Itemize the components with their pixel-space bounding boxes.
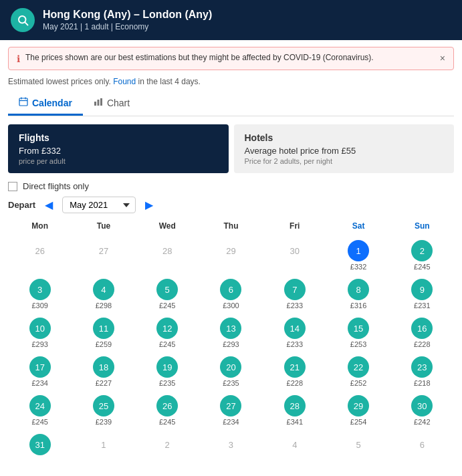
cal-cell[interactable]: 5£245	[136, 275, 199, 314]
info-icon: ℹ	[17, 53, 20, 64]
tab-chart[interactable]: Chart	[83, 92, 140, 116]
cal-date-number: 5	[156, 279, 178, 300]
cal-cell[interactable]: 15£253	[326, 314, 390, 352]
cal-date-price: £242	[414, 418, 430, 426]
cal-date-number: 3	[29, 279, 51, 300]
cal-cell[interactable]: 11£259	[72, 314, 135, 352]
cal-cell[interactable]: 12£245	[136, 314, 199, 352]
cal-cell[interactable]: 8£316	[326, 275, 390, 314]
day-header-sat: Sat	[326, 219, 390, 233]
cal-cell[interactable]: 23£218	[390, 352, 454, 391]
month-select[interactable]: May 2021 June 2021 July 2021	[62, 197, 136, 213]
cal-date-price: £234	[31, 379, 47, 387]
tab-chart-label: Chart	[107, 98, 130, 108]
direct-flights-label: Direct flights only	[23, 181, 89, 191]
cal-date-price: £233	[287, 340, 303, 348]
cal-cell[interactable]: 29£254	[326, 391, 390, 430]
cal-cell[interactable]: 3£309	[8, 275, 72, 314]
cal-cell[interactable]: 18£227	[72, 352, 135, 391]
cal-cell[interactable]: 24£245	[8, 391, 72, 430]
tab-bar: Calendar Chart	[8, 92, 454, 116]
cal-cell: 27	[72, 236, 135, 275]
cal-cell[interactable]: 4£298	[72, 275, 135, 314]
calendar-grid: 26272829301£3322£2453£3094£2985£2456£300…	[8, 236, 454, 466]
covid-alert: ℹ The prices shown are our best estimati…	[8, 47, 454, 70]
cal-cell: 28	[136, 236, 199, 275]
cal-cell[interactable]: 31	[8, 430, 72, 466]
header-title: Hong Kong (Any) – London (Any)	[43, 9, 212, 21]
cal-cell: 5	[326, 430, 390, 466]
cal-date-number: 21	[284, 356, 306, 378]
cal-date-number: 6	[411, 434, 433, 455]
cal-date-number: 29	[348, 395, 369, 416]
cal-cell[interactable]: 10£293	[8, 314, 72, 352]
cal-date-number: 6	[220, 279, 241, 300]
cal-date-number: 7	[284, 279, 306, 300]
price-cards: Flights From £332 price per adult Hotels…	[8, 124, 454, 173]
cal-date-number: 17	[29, 356, 51, 378]
direct-flights-checkbox[interactable]	[8, 182, 17, 191]
cal-date-number: 11	[93, 318, 114, 339]
cal-date-number: 30	[411, 395, 433, 416]
flights-card[interactable]: Flights From £332 price per adult	[8, 124, 229, 173]
cal-date-price: £254	[350, 418, 366, 426]
cal-date-number: 27	[220, 395, 241, 416]
cal-date-number: 1	[93, 434, 114, 455]
found-link[interactable]: Found	[113, 77, 136, 86]
tab-calendar[interactable]: Calendar	[8, 92, 83, 116]
close-alert-button[interactable]: ×	[440, 53, 445, 64]
header: Hong Kong (Any) – London (Any) May 2021 …	[0, 0, 462, 40]
day-header-mon: Mon	[8, 219, 72, 233]
cal-date-number: 22	[348, 356, 369, 378]
cal-date-price: £245	[159, 418, 175, 426]
subtitle-text: Estimated lowest prices only. Found in t…	[8, 77, 454, 86]
cal-date-price: £234	[223, 418, 239, 426]
cal-cell[interactable]: 19£235	[136, 352, 199, 391]
cal-cell[interactable]: 6£300	[199, 275, 263, 314]
cal-cell[interactable]: 21£228	[263, 352, 326, 391]
cal-date-number: 29	[220, 240, 241, 261]
cal-cell[interactable]: 13£293	[199, 314, 263, 352]
header-text: Hong Kong (Any) – London (Any) May 2021 …	[43, 9, 212, 31]
prev-month-button[interactable]: ◀	[41, 197, 57, 213]
cal-cell[interactable]: 9£231	[390, 275, 454, 314]
cal-cell[interactable]: 25£239	[72, 391, 135, 430]
cal-date-price: £300	[223, 302, 239, 310]
calendar: MonTueWedThuFriSatSun 26272829301£3322£2…	[8, 219, 454, 466]
svg-rect-8	[100, 98, 102, 106]
cal-date-price: £235	[223, 379, 239, 387]
cal-cell[interactable]: 16£228	[390, 314, 454, 352]
day-header-fri: Fri	[263, 219, 326, 233]
cal-date-price: £309	[31, 302, 47, 310]
svg-rect-7	[97, 100, 99, 106]
cal-cell: 1	[72, 430, 135, 466]
cal-cell[interactable]: 14£233	[263, 314, 326, 352]
cal-cell: 3	[199, 430, 263, 466]
cal-date-number: 28	[156, 240, 178, 261]
cal-cell[interactable]: 17£234	[8, 352, 72, 391]
cal-date-price: £228	[287, 379, 303, 387]
cal-date-price: £245	[159, 340, 175, 348]
direct-flights-row: Direct flights only	[8, 181, 454, 191]
depart-label: Depart	[8, 200, 35, 210]
cal-cell[interactable]: 30£242	[390, 391, 454, 430]
cal-date-number: 2	[156, 434, 178, 455]
cal-cell[interactable]: 20£235	[199, 352, 263, 391]
cal-date-number: 14	[284, 318, 306, 339]
cal-date-number: 27	[93, 240, 114, 261]
cal-date-number: 12	[156, 318, 178, 339]
cal-cell[interactable]: 7£233	[263, 275, 326, 314]
next-month-button[interactable]: ▶	[141, 197, 157, 213]
cal-cell[interactable]: 1£332	[326, 236, 390, 275]
cal-cell[interactable]: 27£234	[199, 391, 263, 430]
cal-cell[interactable]: 26£245	[136, 391, 199, 430]
cal-date-price: £245	[31, 418, 47, 426]
hotels-card[interactable]: Hotels Average hotel price from £55 Pric…	[234, 124, 455, 173]
cal-date-price: £228	[414, 340, 430, 348]
cal-cell[interactable]: 22£252	[326, 352, 390, 391]
cal-cell[interactable]: 28£341	[263, 391, 326, 430]
alert-text: The prices shown are our best estimation…	[25, 53, 374, 62]
cal-cell[interactable]: 2£245	[390, 236, 454, 275]
cal-date-price: £332	[350, 263, 366, 271]
cal-cell: 30	[263, 236, 326, 275]
